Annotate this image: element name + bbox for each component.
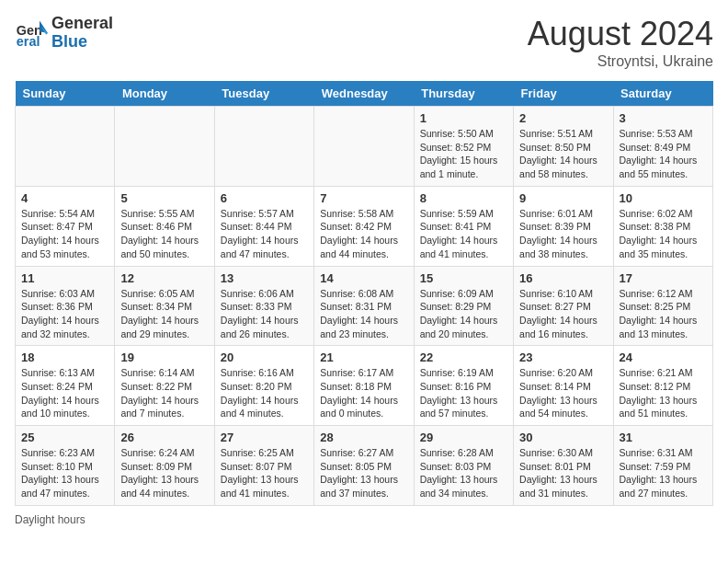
day-number: 25 (21, 431, 108, 444)
calendar-cell: 22Sunrise: 6:19 AM Sunset: 8:16 PM Dayli… (414, 346, 513, 426)
calendar-cell: 4Sunrise: 5:54 AM Sunset: 8:47 PM Daylig… (16, 186, 115, 266)
calendar-cell: 2Sunrise: 5:51 AM Sunset: 8:50 PM Daylig… (514, 107, 613, 187)
day-number: 2 (519, 111, 607, 125)
day-number: 27 (221, 431, 308, 444)
day-number: 20 (221, 350, 308, 364)
day-number: 14 (320, 271, 407, 285)
day-info: Sunrise: 6:24 AM Sunset: 8:09 PM Dayligh… (120, 446, 208, 500)
calendar-cell: 7Sunrise: 5:58 AM Sunset: 8:42 PM Daylig… (314, 186, 414, 266)
day-number: 23 (519, 350, 607, 364)
calendar-cell (314, 107, 414, 187)
day-info: Sunrise: 6:27 AM Sunset: 8:05 PM Dayligh… (320, 446, 407, 500)
week-row-3: 11Sunrise: 6:03 AM Sunset: 8:36 PM Dayli… (16, 266, 713, 346)
header-day-tuesday: Tuesday (214, 81, 313, 107)
day-number: 22 (420, 350, 507, 364)
logo-icon: Gen eral (15, 17, 48, 50)
calendar-cell: 30Sunrise: 6:30 AM Sunset: 8:01 PM Dayli… (514, 426, 613, 506)
calendar-cell: 13Sunrise: 6:06 AM Sunset: 8:33 PM Dayli… (214, 266, 313, 346)
calendar-cell: 25Sunrise: 6:23 AM Sunset: 8:10 PM Dayli… (16, 426, 115, 506)
day-number: 26 (120, 431, 208, 444)
day-info: Sunrise: 5:59 AM Sunset: 8:41 PM Dayligh… (420, 207, 507, 261)
day-info: Sunrise: 6:06 AM Sunset: 8:33 PM Dayligh… (221, 287, 308, 341)
calendar-cell: 17Sunrise: 6:12 AM Sunset: 8:25 PM Dayli… (613, 266, 712, 346)
day-info: Sunrise: 6:16 AM Sunset: 8:20 PM Dayligh… (221, 366, 308, 420)
day-number: 17 (620, 271, 707, 285)
day-info: Sunrise: 6:20 AM Sunset: 8:14 PM Dayligh… (519, 366, 607, 420)
title-block: August 2024 Stroyntsi, Ukraine (528, 15, 713, 70)
day-number: 9 (519, 191, 607, 205)
daylight-label: Daylight hours (15, 513, 85, 526)
day-number: 3 (620, 111, 707, 125)
calendar-cell: 3Sunrise: 5:53 AM Sunset: 8:49 PM Daylig… (613, 107, 712, 187)
day-info: Sunrise: 5:51 AM Sunset: 8:50 PM Dayligh… (519, 127, 607, 181)
day-number: 15 (420, 271, 507, 285)
day-number: 6 (221, 191, 308, 205)
calendar-cell: 5Sunrise: 5:55 AM Sunset: 8:46 PM Daylig… (115, 186, 214, 266)
day-info: Sunrise: 5:54 AM Sunset: 8:47 PM Dayligh… (21, 207, 108, 261)
calendar-cell: 19Sunrise: 6:14 AM Sunset: 8:22 PM Dayli… (115, 346, 214, 426)
day-number: 19 (120, 350, 208, 364)
page-header: Gen eral General Blue August 2024 Stroyn… (15, 15, 713, 70)
day-info: Sunrise: 6:19 AM Sunset: 8:16 PM Dayligh… (420, 366, 507, 420)
calendar-header: SundayMondayTuesdayWednesdayThursdayFrid… (16, 81, 713, 107)
day-number: 13 (221, 271, 308, 285)
calendar-cell: 9Sunrise: 6:01 AM Sunset: 8:39 PM Daylig… (514, 186, 613, 266)
calendar-body: 1Sunrise: 5:50 AM Sunset: 8:52 PM Daylig… (16, 107, 713, 506)
day-info: Sunrise: 5:58 AM Sunset: 8:42 PM Dayligh… (320, 207, 407, 261)
day-info: Sunrise: 5:50 AM Sunset: 8:52 PM Dayligh… (420, 127, 507, 181)
calendar-cell: 21Sunrise: 6:17 AM Sunset: 8:18 PM Dayli… (314, 346, 414, 426)
day-info: Sunrise: 6:31 AM Sunset: 7:59 PM Dayligh… (620, 446, 707, 500)
calendar-cell: 6Sunrise: 5:57 AM Sunset: 8:44 PM Daylig… (214, 186, 313, 266)
calendar-cell: 12Sunrise: 6:05 AM Sunset: 8:34 PM Dayli… (115, 266, 214, 346)
day-info: Sunrise: 6:25 AM Sunset: 8:07 PM Dayligh… (221, 446, 308, 500)
day-info: Sunrise: 5:57 AM Sunset: 8:44 PM Dayligh… (221, 207, 308, 261)
day-info: Sunrise: 6:08 AM Sunset: 8:31 PM Dayligh… (320, 287, 407, 341)
header-day-monday: Monday (115, 81, 214, 107)
day-info: Sunrise: 6:14 AM Sunset: 8:22 PM Dayligh… (120, 366, 208, 420)
day-info: Sunrise: 6:28 AM Sunset: 8:03 PM Dayligh… (420, 446, 507, 500)
day-number: 7 (320, 191, 407, 205)
svg-text:eral: eral (17, 34, 40, 49)
calendar-cell: 31Sunrise: 6:31 AM Sunset: 7:59 PM Dayli… (613, 426, 712, 506)
day-number: 29 (420, 431, 507, 444)
day-number: 21 (320, 350, 407, 364)
calendar-cell: 16Sunrise: 6:10 AM Sunset: 8:27 PM Dayli… (514, 266, 613, 346)
week-row-4: 18Sunrise: 6:13 AM Sunset: 8:24 PM Dayli… (16, 346, 713, 426)
day-number: 8 (420, 191, 507, 205)
logo-text: General Blue (51, 15, 113, 52)
header-day-saturday: Saturday (613, 81, 712, 107)
location: Stroyntsi, Ukraine (528, 53, 713, 70)
header-day-wednesday: Wednesday (314, 81, 414, 107)
week-row-5: 25Sunrise: 6:23 AM Sunset: 8:10 PM Dayli… (16, 426, 713, 506)
day-number: 12 (120, 271, 208, 285)
day-number: 28 (320, 431, 407, 444)
day-number: 10 (620, 191, 707, 205)
day-info: Sunrise: 5:55 AM Sunset: 8:46 PM Dayligh… (120, 207, 208, 261)
header-row: SundayMondayTuesdayWednesdayThursdayFrid… (16, 81, 713, 107)
day-info: Sunrise: 6:02 AM Sunset: 8:38 PM Dayligh… (620, 207, 707, 261)
day-number: 24 (620, 350, 707, 364)
day-info: Sunrise: 6:09 AM Sunset: 8:29 PM Dayligh… (420, 287, 507, 341)
day-info: Sunrise: 6:13 AM Sunset: 8:24 PM Dayligh… (21, 366, 108, 420)
day-info: Sunrise: 6:10 AM Sunset: 8:27 PM Dayligh… (519, 287, 607, 341)
calendar-cell: 24Sunrise: 6:21 AM Sunset: 8:12 PM Dayli… (613, 346, 712, 426)
day-number: 18 (21, 350, 108, 364)
day-number: 5 (120, 191, 208, 205)
day-number: 31 (620, 431, 707, 444)
calendar-cell (115, 107, 214, 187)
day-number: 4 (21, 191, 108, 205)
header-day-sunday: Sunday (16, 81, 115, 107)
calendar-cell (214, 107, 313, 187)
footer: Daylight hours (15, 513, 713, 526)
calendar-cell: 20Sunrise: 6:16 AM Sunset: 8:20 PM Dayli… (214, 346, 313, 426)
svg-marker-2 (40, 20, 48, 33)
month-title: August 2024 (528, 15, 713, 53)
calendar-cell: 29Sunrise: 6:28 AM Sunset: 8:03 PM Dayli… (414, 426, 513, 506)
day-info: Sunrise: 6:17 AM Sunset: 8:18 PM Dayligh… (320, 366, 407, 420)
day-number: 30 (519, 431, 607, 444)
header-day-thursday: Thursday (414, 81, 513, 107)
day-info: Sunrise: 6:12 AM Sunset: 8:25 PM Dayligh… (620, 287, 707, 341)
calendar-cell: 26Sunrise: 6:24 AM Sunset: 8:09 PM Dayli… (115, 426, 214, 506)
day-info: Sunrise: 6:01 AM Sunset: 8:39 PM Dayligh… (519, 207, 607, 261)
logo: Gen eral General Blue (15, 15, 113, 52)
